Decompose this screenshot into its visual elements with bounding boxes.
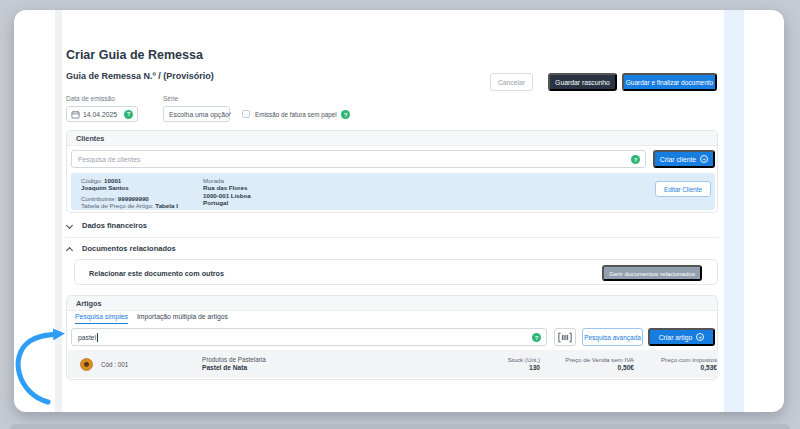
date-label: Data de emissão	[66, 95, 115, 102]
paperless-help-icon[interactable]: ?	[341, 110, 350, 119]
save-finalize-button[interactable]: Guardar e finalizar documento	[622, 73, 717, 91]
create-article-button[interactable]: Criar artigo +	[648, 328, 715, 346]
edit-client-button[interactable]: Editar Cliente	[655, 181, 711, 197]
calendar-icon	[71, 110, 80, 119]
section-documentos-relacionados[interactable]: Documentos relacionados	[82, 244, 176, 253]
advanced-search-button[interactable]: Pesquisa avançada	[582, 328, 643, 346]
serie-select[interactable]: Escolha uma opção	[163, 106, 230, 122]
next-section-edge	[10, 424, 790, 429]
client-name: Joaquim Santos	[81, 184, 178, 191]
cliente-search-input[interactable]	[78, 156, 639, 163]
paperless-checkbox[interactable]	[242, 110, 250, 118]
client-price-table: Tabela I	[155, 202, 178, 209]
serie-selected-value: Escolha uma opção	[169, 111, 229, 118]
cliente-search-help-icon[interactable]: ?	[631, 155, 640, 164]
artigos-tabs: Pesquisa simples Importação múltipla de …	[75, 313, 228, 324]
related-documents-text: Relacionar este documento com outros	[89, 269, 224, 278]
client-code: 10001	[104, 177, 121, 184]
artigo-search-help-icon[interactable]: ?	[532, 333, 541, 342]
client-address: Morada Rua das Flores 1000-001 Lisboa Po…	[203, 177, 251, 207]
tab-pesquisa-simples[interactable]: Pesquisa simples	[75, 313, 128, 324]
article-code: Cód : 001	[101, 361, 128, 368]
create-client-button[interactable]: Criar cliente +	[653, 150, 715, 168]
article-category: Produtos de Pastelaria	[202, 356, 266, 364]
client-identity: Código: 10001 Joaquim Santos Contribuint…	[81, 177, 178, 210]
paperless-label: Emissão de fatura sem papel	[255, 111, 337, 118]
date-field[interactable]: 14.04.2025 ?	[66, 106, 138, 122]
serie-label: Série	[163, 95, 178, 102]
cancel-button[interactable]: Cancelar	[490, 73, 533, 91]
chevron-down-icon[interactable]	[66, 222, 73, 229]
page-background: Criar Guia de Remessa Guia de Remessa N.…	[0, 0, 800, 429]
plus-circle-icon: +	[700, 155, 708, 163]
address-label: Morada	[203, 177, 251, 184]
date-value: 14.04.2025	[83, 111, 117, 118]
article-price-column: Preço de Venda sem IVA 0,50€	[546, 356, 634, 372]
section-dados-financeiros[interactable]: Dados financeiros	[82, 221, 147, 230]
section-divider	[66, 237, 718, 238]
article-name: Pastel de Nata	[202, 364, 266, 372]
related-documents-box: Relacionar este documento com outros Ger…	[74, 259, 718, 285]
barcode-scan-button[interactable]	[554, 328, 576, 346]
article-stock-column: Stock (Uni.) 130	[460, 356, 540, 372]
selected-client-box: Código: 10001 Joaquim Santos Contribuint…	[71, 173, 715, 210]
date-help-icon[interactable]: ?	[124, 110, 133, 119]
annotation-arrow	[6, 322, 82, 408]
chevron-up-icon[interactable]	[66, 247, 73, 254]
page-title: Criar Guia de Remessa	[66, 48, 203, 62]
article-price-tax-column: Preço com impostos 0,53€	[637, 356, 717, 372]
save-draft-button[interactable]: Guardar rascunho	[548, 73, 617, 91]
article-result-row[interactable]: Cód : 001 Produtos de Pastelaria Pastel …	[68, 350, 718, 378]
document-card: Criar Guia de Remessa Guia de Remessa N.…	[14, 10, 784, 412]
scrollbar-track[interactable]	[724, 10, 744, 412]
artigos-panel: Artigos Pesquisa simples Importação múlt…	[66, 295, 718, 380]
artigo-search-input[interactable]: pastel ?	[71, 328, 547, 346]
client-vat: 999999990	[118, 195, 149, 202]
clientes-panel: Clientes ? Criar cliente + Código: 10001…	[66, 130, 718, 213]
plus-circle-icon: +	[696, 333, 704, 341]
barcode-icon	[558, 332, 572, 343]
manage-related-documents-button[interactable]: Gerir documentos relacionados	[602, 265, 702, 281]
article-name-block: Produtos de Pastelaria Pastel de Nata	[202, 356, 266, 372]
clientes-panel-header: Clientes	[67, 131, 717, 146]
text-caret	[97, 333, 98, 342]
cliente-search-wrapper: ?	[71, 150, 646, 168]
tab-importacao-multipla[interactable]: Importação múltipla de artigos	[137, 313, 228, 324]
document-number-subtitle: Guia de Remessa N.º / (Provisório)	[66, 71, 214, 81]
artigos-panel-header: Artigos	[67, 296, 717, 311]
